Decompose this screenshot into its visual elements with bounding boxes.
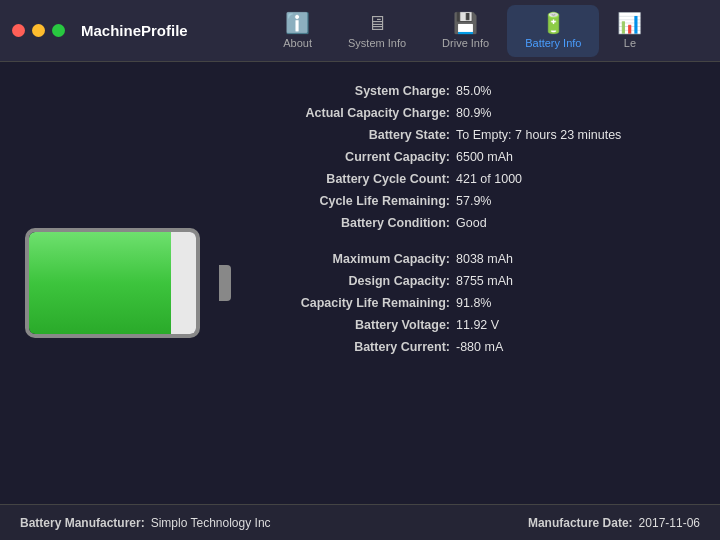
footer-left: Battery Manufacturer: Simplo Technology … xyxy=(20,516,528,530)
max-capacity-value: 8038 mAh xyxy=(456,252,513,266)
condition-value: Good xyxy=(456,216,487,230)
cycle-life-label: Cycle Life Remaining: xyxy=(270,194,450,208)
cycle-count-label: Battery Cycle Count: xyxy=(270,172,450,186)
app-title: MachineProfile xyxy=(81,22,188,39)
tab-system-info-label: System Info xyxy=(348,37,406,49)
battery-body xyxy=(25,228,200,338)
tab-about[interactable]: ℹ️ About xyxy=(265,5,330,57)
manufacturer-value: Simplo Technology Inc xyxy=(151,516,271,530)
tab-about-label: About xyxy=(283,37,312,49)
tab-system-info[interactable]: 🖥 System Info xyxy=(330,5,424,57)
minimize-button[interactable] xyxy=(32,24,45,37)
tabs: ℹ️ About 🖥 System Info 💾 Drive Info 🔋 Ba… xyxy=(218,5,708,57)
system-charge-label: System Charge: xyxy=(270,84,450,98)
manufacture-date-value: 2017-11-06 xyxy=(639,516,700,530)
battery-visual xyxy=(0,62,240,504)
traffic-lights xyxy=(12,24,65,37)
info-row-battery-state: Battery State: To Empty: 7 hours 23 minu… xyxy=(270,126,690,144)
manufacturer-label: Battery Manufacturer: xyxy=(20,516,145,530)
battery-state-label: Battery State: xyxy=(270,128,450,142)
tab-drive-info-label: Drive Info xyxy=(442,37,489,49)
battery-fill xyxy=(29,232,171,334)
voltage-value: 11.92 V xyxy=(456,318,499,332)
design-capacity-value: 8755 mAh xyxy=(456,274,513,288)
info-row-cycle-life: Cycle Life Remaining: 57.9% xyxy=(270,192,690,210)
maximize-button[interactable] xyxy=(52,24,65,37)
title-bar: MachineProfile ℹ️ About 🖥 System Info 💾 … xyxy=(0,0,720,62)
info-row-condition: Battery Condition: Good xyxy=(270,214,690,232)
system-info-icon: 🖥 xyxy=(367,13,387,33)
info-row-max-capacity: Maximum Capacity: 8038 mAh xyxy=(270,250,690,268)
info-row-capacity-life: Capacity Life Remaining: 91.8% xyxy=(270,294,690,312)
actual-capacity-label: Actual Capacity Charge: xyxy=(270,106,450,120)
condition-label: Battery Condition: xyxy=(270,216,450,230)
current-label: Battery Current: xyxy=(270,340,450,354)
tab-le[interactable]: 📊 Le xyxy=(599,5,660,57)
about-icon: ℹ️ xyxy=(285,13,310,33)
main-content: System Charge: 85.0% Actual Capacity Cha… xyxy=(0,62,720,504)
footer-right: Manufacture Date: 2017-11-06 xyxy=(528,516,700,530)
battery-tip xyxy=(219,265,231,301)
tab-le-label: Le xyxy=(624,37,636,49)
info-panel: System Charge: 85.0% Actual Capacity Cha… xyxy=(240,62,720,504)
current-value: -880 mA xyxy=(456,340,503,354)
battery-white-section xyxy=(171,232,196,334)
max-capacity-label: Maximum Capacity: xyxy=(270,252,450,266)
cycle-life-value: 57.9% xyxy=(456,194,491,208)
le-icon: 📊 xyxy=(617,13,642,33)
info-row-voltage: Battery Voltage: 11.92 V xyxy=(270,316,690,334)
footer: Battery Manufacturer: Simplo Technology … xyxy=(0,504,720,540)
system-charge-value: 85.0% xyxy=(456,84,491,98)
info-row-current: Battery Current: -880 mA xyxy=(270,338,690,356)
drive-info-icon: 💾 xyxy=(453,13,478,33)
tab-battery-info-label: Battery Info xyxy=(525,37,581,49)
info-row-actual-capacity: Actual Capacity Charge: 80.9% xyxy=(270,104,690,122)
actual-capacity-value: 80.9% xyxy=(456,106,491,120)
voltage-label: Battery Voltage: xyxy=(270,318,450,332)
battery-wrapper xyxy=(25,228,215,338)
info-row-cycle-count: Battery Cycle Count: 421 of 1000 xyxy=(270,170,690,188)
info-row-current-capacity: Current Capacity: 6500 mAh xyxy=(270,148,690,166)
current-capacity-value: 6500 mAh xyxy=(456,150,513,164)
current-capacity-label: Current Capacity: xyxy=(270,150,450,164)
manufacture-date-label: Manufacture Date: xyxy=(528,516,633,530)
tab-battery-info[interactable]: 🔋 Battery Info xyxy=(507,5,599,57)
capacity-life-value: 91.8% xyxy=(456,296,491,310)
battery-state-value: To Empty: 7 hours 23 minutes xyxy=(456,128,621,142)
design-capacity-label: Design Capacity: xyxy=(270,274,450,288)
info-row-design-capacity: Design Capacity: 8755 mAh xyxy=(270,272,690,290)
cycle-count-value: 421 of 1000 xyxy=(456,172,522,186)
battery-info-icon: 🔋 xyxy=(541,13,566,33)
info-row-system-charge: System Charge: 85.0% xyxy=(270,82,690,100)
tab-drive-info[interactable]: 💾 Drive Info xyxy=(424,5,507,57)
capacity-life-label: Capacity Life Remaining: xyxy=(270,296,450,310)
close-button[interactable] xyxy=(12,24,25,37)
